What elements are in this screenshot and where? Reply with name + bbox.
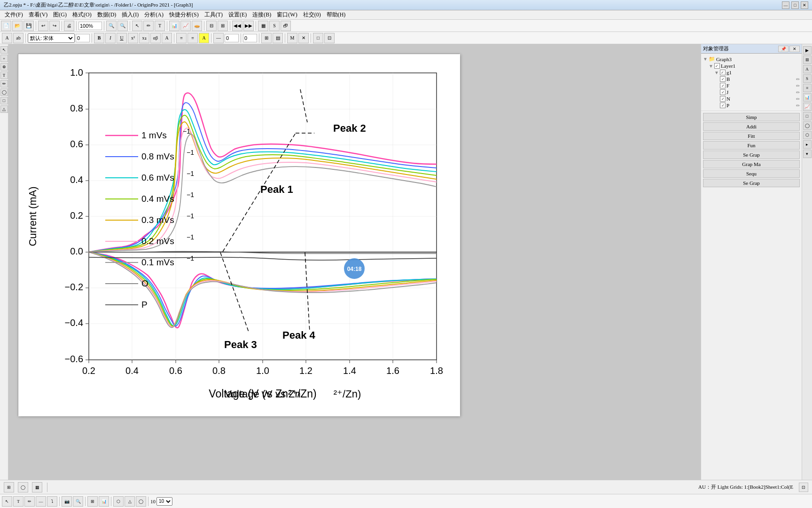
left-tool-1[interactable]: ↖ — [0, 46, 8, 54]
bottom-btn-8[interactable]: ⊞ — [87, 496, 98, 507]
superscript-btn[interactable]: x² — [128, 33, 138, 43]
sequ-btn[interactable]: Sequ — [703, 169, 800, 178]
menu-social[interactable]: 社交(0) — [300, 10, 324, 20]
tree-graph3[interactable]: ▼ 📁 Graph3 — [703, 56, 800, 63]
marker-btn[interactable]: M — [287, 33, 297, 43]
N-checkbox[interactable] — [720, 96, 726, 102]
frame-btn[interactable]: □ — [313, 33, 323, 43]
status-btn-2[interactable]: ◯ — [18, 482, 28, 492]
menu-format[interactable]: 格式(O) — [70, 10, 94, 20]
tree-item-J[interactable]: J ✏ — [703, 89, 800, 95]
bottom-btn-6[interactable]: 📷 — [62, 496, 72, 507]
nav-right-btn[interactable]: ▶▶ — [243, 21, 254, 31]
bar-btn[interactable]: 📈 — [180, 21, 191, 31]
zoom-input[interactable]: 100% — [78, 22, 102, 30]
menu-data[interactable]: 数据(D) — [94, 10, 119, 20]
far-btn-8[interactable]: □ — [803, 112, 812, 120]
left-tool-2[interactable]: + — [0, 55, 8, 62]
zoom-in-btn[interactable]: 🔍 — [117, 21, 128, 31]
bottom-btn-2[interactable]: T — [13, 496, 23, 507]
text-btn[interactable]: T — [155, 21, 165, 31]
far-btn-4[interactable]: S — [803, 74, 812, 83]
bottom-btn-12[interactable]: ◯ — [136, 496, 146, 507]
text-style-btn[interactable]: ab — [13, 33, 23, 43]
menu-settings[interactable]: 设置(E) — [226, 10, 250, 20]
menu-tools[interactable]: 工具(T) — [202, 10, 226, 20]
line-size-input[interactable] — [225, 34, 239, 42]
bottom-btn-4[interactable]: — — [36, 496, 46, 507]
menu-graph[interactable]: 图(G) — [50, 10, 70, 20]
new-btn[interactable]: 📄 — [1, 21, 11, 31]
italic-btn[interactable]: I — [105, 33, 116, 43]
status-btn-3[interactable]: ▦ — [32, 482, 42, 492]
print-btn[interactable]: 🖨 — [64, 21, 74, 31]
left-tool-6[interactable]: ◯ — [0, 88, 8, 96]
pie-btn[interactable]: 🥧 — [192, 21, 202, 31]
bottom-btn-9[interactable]: 📊 — [99, 496, 109, 507]
far-btn-1[interactable]: ▶ — [803, 46, 812, 55]
greek-btn[interactable]: αβ — [150, 33, 161, 43]
far-btn-2[interactable]: ⊞ — [803, 56, 812, 64]
left-tool-7[interactable]: □ — [0, 97, 8, 104]
status-btn-1[interactable]: ⊞ — [4, 482, 14, 492]
g1-checkbox[interactable] — [720, 70, 726, 75]
grap-ma-btn[interactable]: Grap Ma — [703, 160, 800, 168]
script-btn[interactable]: S — [269, 21, 280, 31]
tree-item-F[interactable]: F ✏ — [703, 82, 800, 89]
tree-g1[interactable]: ▼ g1 — [703, 69, 800, 76]
menu-window[interactable]: 窗口(W) — [274, 10, 300, 20]
far-btn-11[interactable]: ▸ — [803, 140, 812, 149]
tree-item-N[interactable]: N ✏ — [703, 95, 800, 102]
menu-quick[interactable]: 快捷分析(S) — [166, 10, 202, 20]
bottom-btn-3[interactable]: ✏ — [24, 496, 35, 507]
draw-btn[interactable]: ✏ — [143, 21, 154, 31]
menu-analysis[interactable]: 分析(A) — [141, 10, 166, 20]
bottom-btn-11[interactable]: △ — [125, 496, 135, 507]
far-btn-7[interactable]: 📈 — [803, 103, 812, 111]
font-size-input[interactable] — [76, 34, 90, 42]
far-btn-9[interactable]: ◯ — [803, 121, 812, 130]
tree-item-B[interactable]: B ✏ — [703, 76, 800, 82]
align-left-btn[interactable]: ≡ — [176, 33, 187, 43]
grid-btn[interactable]: ⊞ — [261, 33, 272, 43]
far-btn-12[interactable]: ▾ — [803, 150, 812, 158]
left-tool-3[interactable]: ⊕ — [0, 63, 8, 71]
se-grap2-btn[interactable]: Se Grap — [703, 179, 800, 187]
far-btn-3[interactable]: A — [803, 65, 812, 73]
zoom-out-btn[interactable]: 🔍 — [106, 21, 117, 31]
tree-layer1[interactable]: ▼ Layer1 — [703, 63, 800, 69]
fun-btn[interactable]: Fun — [703, 141, 800, 150]
x-btn[interactable]: ✕ — [298, 33, 309, 43]
close-button[interactable]: ✕ — [801, 1, 808, 9]
se-grap-btn[interactable]: Se Grap — [703, 151, 800, 159]
sort-btn[interactable]: ⊞ — [218, 21, 228, 31]
far-btn-5[interactable]: ≡ — [803, 84, 812, 92]
align-center-btn[interactable]: ≡ — [187, 33, 198, 43]
graph-btn[interactable]: 📊 — [169, 21, 180, 31]
undo-btn[interactable]: ↩ — [38, 21, 48, 31]
minimize-win-btn[interactable]: 🗗 — [281, 21, 291, 31]
left-tool-5[interactable]: ✏ — [0, 80, 8, 87]
menu-view[interactable]: 查看(V) — [26, 10, 51, 20]
font-select[interactable]: 默认: 宋体 — [28, 33, 75, 43]
subscript-btn[interactable]: x₂ — [139, 33, 149, 43]
table-btn[interactable]: ▤ — [273, 33, 283, 43]
font-color-btn[interactable]: A — [2, 33, 12, 43]
pointer-btn[interactable]: ↖ — [132, 21, 142, 31]
bold-btn[interactable]: B — [94, 33, 104, 43]
minimize-button[interactable]: — — [782, 1, 789, 9]
nav-left-btn[interactable]: ◀◀ — [232, 21, 242, 31]
F-checkbox[interactable] — [720, 83, 726, 88]
B-checkbox[interactable] — [720, 76, 726, 82]
simp-btn[interactable]: Simp — [703, 113, 800, 121]
menu-help[interactable]: 帮助(H) — [324, 10, 349, 20]
object-btn[interactable]: ▦ — [258, 21, 268, 31]
panel-close-btn[interactable]: ✕ — [789, 46, 800, 52]
left-tool-4[interactable]: T — [0, 71, 8, 79]
bottom-btn-5[interactable]: ⤵ — [47, 496, 57, 507]
menu-connect[interactable]: 连接(B) — [250, 10, 274, 20]
save-btn[interactable]: 💾 — [23, 21, 34, 31]
line-style-btn[interactable]: — — [213, 33, 224, 43]
far-btn-6[interactable]: 📊 — [803, 93, 812, 102]
tree-item-P[interactable]: P ✏ — [703, 102, 800, 109]
